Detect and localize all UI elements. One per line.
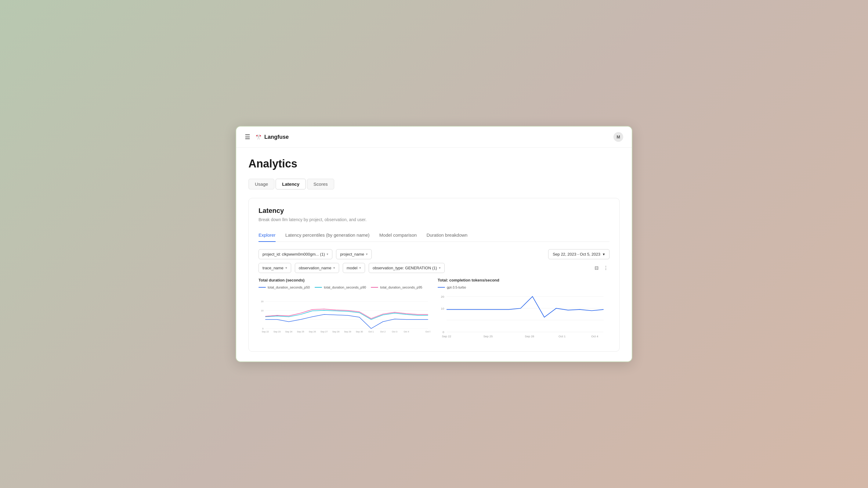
- svg-text:0: 0: [262, 327, 264, 330]
- svg-text:Sep 27: Sep 27: [320, 330, 328, 333]
- caret-icon: ▾: [327, 252, 329, 256]
- tab-explorer[interactable]: Explorer: [258, 229, 276, 242]
- filter-actions: ⊟ ⋮: [593, 264, 610, 272]
- svg-text:Oct 4: Oct 4: [591, 334, 598, 338]
- svg-text:10: 10: [441, 307, 444, 310]
- topbar-left: ☰ 🎌 Langfuse: [245, 133, 289, 140]
- latency-card: Latency Break down llm latency by projec…: [248, 198, 620, 352]
- filters-row-1: project_id: clkpwwm0m000gm... (1) ▾ proj…: [258, 249, 610, 259]
- svg-text:0: 0: [442, 330, 444, 334]
- tab-scores[interactable]: Scores: [307, 179, 334, 189]
- legend-line-p90: [315, 287, 322, 288]
- legend-line-p95: [371, 287, 378, 288]
- svg-text:Sep 22: Sep 22: [262, 330, 269, 333]
- avatar[interactable]: M: [614, 132, 623, 142]
- main-content: Analytics Usage Latency Scores Latency B…: [236, 148, 632, 361]
- top-tab-bar: Usage Latency Scores: [248, 179, 620, 189]
- tab-latency-percentiles[interactable]: Latency percentiles (by generation name): [285, 229, 370, 242]
- logo-icon: 🎌: [255, 134, 262, 140]
- svg-text:Oct 4: Oct 4: [404, 330, 409, 333]
- legend-gpt35: gpt-3.5-turbo: [438, 286, 466, 289]
- caret-icon: ▾: [603, 252, 605, 257]
- svg-text:Oct 1: Oct 1: [368, 330, 374, 333]
- caret-icon: ▾: [285, 266, 287, 270]
- svg-text:Sep 25: Sep 25: [297, 330, 304, 333]
- chart1-svg: 20 10 0 Sep 22 Sep 23 Sep 24 Sep: [258, 293, 430, 341]
- filter-observation-name[interactable]: observation_name ▾: [295, 263, 339, 273]
- tab-usage[interactable]: Usage: [248, 179, 274, 189]
- caret-icon: ▾: [366, 252, 368, 256]
- svg-text:Sep 22: Sep 22: [442, 334, 452, 338]
- chart-completion-tokens: Total: completion tokens/second gpt-3.5-…: [438, 278, 610, 343]
- chart-total-duration: Total duration (seconds) total_duration_…: [258, 278, 430, 343]
- logo-text: Langfuse: [264, 134, 289, 140]
- chart1-title: Total duration (seconds): [258, 278, 430, 283]
- chart2-legend: gpt-3.5-turbo: [438, 286, 610, 289]
- filter-icon[interactable]: ⊟: [593, 264, 600, 272]
- svg-text:Sep 28: Sep 28: [332, 330, 339, 333]
- filter-model[interactable]: model ▾: [343, 263, 365, 273]
- legend-line-p50: [258, 287, 266, 288]
- chart1-legend: total_duration_seconds_p50 total_duratio…: [258, 286, 430, 289]
- legend-p90: total_duration_seconds_p90: [315, 286, 366, 289]
- svg-text:Oct 1: Oct 1: [559, 334, 565, 338]
- topbar: ☰ 🎌 Langfuse M: [236, 127, 632, 148]
- tab-model-comparison[interactable]: Model comparison: [379, 229, 417, 242]
- filters-row-2: trace_name ▾ observation_name ▾ model ▾ …: [258, 263, 610, 273]
- tab-latency[interactable]: Latency: [276, 179, 306, 189]
- filter-trace-name[interactable]: trace_name ▾: [258, 263, 291, 273]
- svg-text:Sep 25: Sep 25: [484, 334, 493, 338]
- chart2-title: Total: completion tokens/second: [438, 278, 610, 283]
- filter-project-name[interactable]: project_name ▾: [336, 249, 372, 259]
- chart2-svg: 20 10 0 Sep 22 Sep 25 Sep 28 Oct 1 Oct 4: [438, 293, 610, 341]
- svg-text:Sep 29: Sep 29: [344, 330, 351, 333]
- legend-line-gpt35: [438, 287, 445, 288]
- caret-icon: ▾: [439, 266, 441, 270]
- filter-project-id[interactable]: project_id: clkpwwm0m000gm... (1) ▾: [258, 249, 332, 259]
- svg-text:20: 20: [261, 300, 264, 303]
- tab-duration-breakdown[interactable]: Duration breakdown: [426, 229, 467, 242]
- legend-p95: total_duration_seconds_p95: [371, 286, 422, 289]
- logo-area: 🎌 Langfuse: [255, 134, 289, 140]
- svg-text:Sep 23: Sep 23: [274, 330, 280, 333]
- card-title: Latency: [258, 207, 610, 215]
- svg-text:Sep 26: Sep 26: [309, 330, 316, 333]
- svg-text:10: 10: [261, 309, 264, 312]
- svg-text:Sep 24: Sep 24: [285, 330, 292, 333]
- caret-icon: ▾: [359, 266, 361, 270]
- legend-p50: total_duration_seconds_p50: [258, 286, 310, 289]
- svg-text:Sep 30: Sep 30: [356, 330, 363, 333]
- date-range-picker[interactable]: Sep 22, 2023 - Oct 5, 2023 ▾: [548, 249, 610, 259]
- svg-text:20: 20: [441, 295, 444, 298]
- caret-icon: ▾: [333, 266, 335, 270]
- svg-text:Oct 5: Oct 5: [426, 330, 430, 333]
- app-window: ☰ 🎌 Langfuse M Analytics Usage Latency S…: [236, 126, 632, 362]
- more-options-icon[interactable]: ⋮: [602, 264, 610, 272]
- svg-text:Sep 28: Sep 28: [525, 334, 534, 338]
- svg-text:Oct 2: Oct 2: [380, 330, 386, 333]
- inner-tab-bar: Explorer Latency percentiles (by generat…: [258, 229, 610, 242]
- menu-icon[interactable]: ☰: [245, 133, 250, 140]
- filter-observation-type[interactable]: observation_type: GENERATION (1) ▾: [369, 263, 445, 273]
- charts-row: Total duration (seconds) total_duration_…: [258, 278, 610, 343]
- svg-text:Oct 3: Oct 3: [392, 330, 397, 333]
- card-subtitle: Break down llm latency by project, obser…: [258, 217, 610, 222]
- page-title: Analytics: [248, 157, 620, 170]
